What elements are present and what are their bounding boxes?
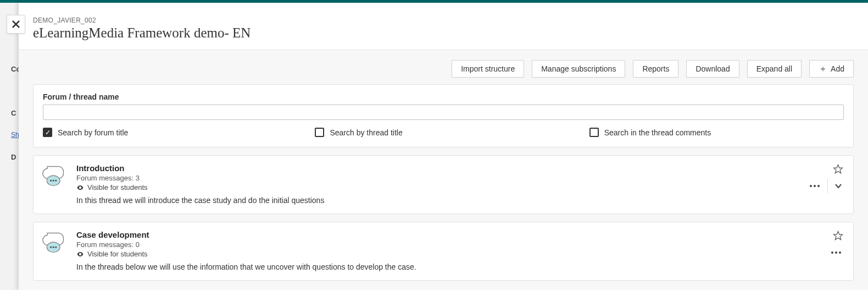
forum-card: Case development Forum messages: 0 Visib… [33, 222, 854, 281]
star-icon [833, 164, 843, 174]
search-label: Forum / thread name [43, 92, 844, 101]
forum-description: In the threads below we will use the inf… [76, 262, 844, 271]
star-icon [833, 231, 843, 241]
eye-icon [76, 250, 84, 258]
favorite-button[interactable] [830, 161, 845, 177]
forum-message-count: Forum messages: 0 [76, 240, 844, 249]
checkbox-unchecked-icon [589, 128, 599, 137]
plus-icon: ＋ [819, 64, 827, 73]
content-area: Forum / thread name Search by forum titl… [19, 84, 868, 290]
more-options-button[interactable] [804, 178, 825, 194]
discussion-icon [42, 163, 66, 188]
expand-toggle[interactable] [830, 178, 847, 194]
forum-title[interactable]: Introduction [76, 163, 844, 173]
svg-point-8 [50, 247, 52, 248]
more-options-button[interactable] [826, 244, 847, 261]
download-button[interactable]: Download [686, 60, 739, 78]
forum-message-count: Forum messages: 3 [76, 174, 844, 182]
expand-all-button[interactable]: Expand all [747, 60, 802, 78]
search-by-forum-title-checkbox[interactable]: Search by forum title [43, 128, 128, 137]
panel-header: DEMO_JAVIER_002 eLearningMedia Framework… [19, 3, 868, 50]
svg-point-10 [55, 247, 57, 248]
visibility-status: Visible for students [76, 250, 844, 258]
chevron-down-icon [834, 182, 842, 190]
course-code: DEMO_JAVIER_002 [33, 17, 854, 24]
svg-point-5 [55, 180, 57, 182]
toolbar: Import structure Manage subscriptions Re… [19, 50, 868, 84]
search-input[interactable] [43, 105, 844, 120]
close-button[interactable] [7, 15, 25, 34]
manage-subscriptions-button[interactable]: Manage subscriptions [532, 60, 625, 78]
forum-title[interactable]: Case development [76, 230, 844, 239]
search-by-thread-title-checkbox[interactable]: Search by thread title [315, 128, 402, 137]
page-title: eLearningMedia Framework demo- EN [33, 25, 854, 41]
favorite-button[interactable] [830, 228, 845, 243]
svg-point-3 [50, 180, 52, 182]
svg-point-9 [53, 247, 54, 248]
discussion-icon [42, 230, 66, 254]
divider [827, 179, 828, 193]
svg-marker-6 [833, 165, 842, 173]
forum-card: Introduction Forum messages: 3 Visible f… [33, 155, 854, 214]
checkbox-unchecked-icon [315, 128, 324, 137]
checkbox-checked-icon [43, 128, 52, 137]
reports-button[interactable]: Reports [633, 60, 678, 78]
search-in-comments-checkbox[interactable]: Search in the thread comments [589, 128, 711, 137]
visibility-status: Visible for students [76, 183, 844, 191]
eye-icon [76, 184, 84, 191]
import-structure-button[interactable]: Import structure [452, 60, 524, 78]
svg-marker-11 [833, 231, 842, 239]
add-button[interactable]: ＋Add [809, 60, 854, 78]
svg-point-4 [53, 180, 54, 182]
forum-panel: DEMO_JAVIER_002 eLearningMedia Framework… [19, 3, 868, 290]
forum-description: In this thread we will introduce the cas… [76, 196, 844, 205]
obscured-link[interactable]: Sh [11, 131, 19, 139]
search-card: Forum / thread name Search by forum titl… [33, 84, 854, 147]
close-icon [12, 20, 20, 28]
